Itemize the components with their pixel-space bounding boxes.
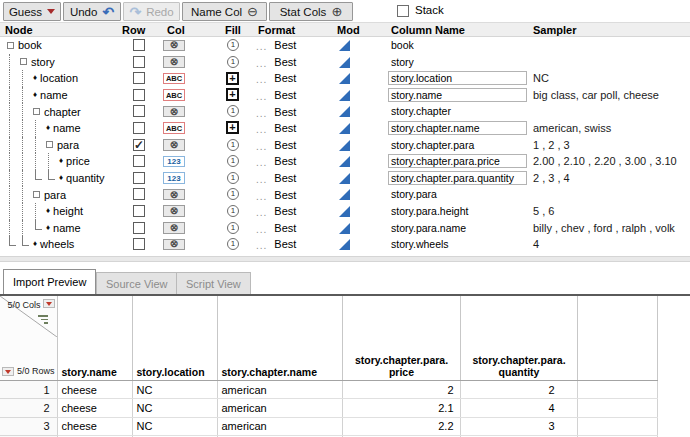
format-ellipsis-icon[interactable]: ... [256, 224, 267, 235]
mod-triangle-icon[interactable] [339, 90, 350, 101]
format-ellipsis-icon[interactable]: ... [256, 207, 267, 218]
col-type-icon[interactable]: ABC [163, 89, 185, 101]
format-cell[interactable]: ...Best [256, 170, 296, 187]
column-name-input[interactable]: story.chapter.name [388, 121, 527, 135]
format-cell[interactable]: ...Best [256, 70, 296, 87]
format-cell[interactable]: ...Best [256, 103, 296, 120]
fill-icon[interactable]: 1 [227, 188, 239, 200]
fill-icon[interactable]: 1 [227, 155, 239, 167]
guess-button[interactable]: Guess [3, 2, 61, 21]
stack-checkbox[interactable] [397, 5, 409, 17]
fill-icon[interactable]: 1 [227, 205, 239, 217]
format-cell[interactable]: ...Best [256, 186, 296, 203]
tab-script-view[interactable]: Script View [176, 272, 251, 294]
col-type-icon[interactable]: ⊗ [163, 205, 185, 217]
row-checkbox[interactable] [133, 39, 145, 51]
tab-source-view[interactable]: Source View [96, 272, 178, 294]
format-ellipsis-icon[interactable]: ... [256, 91, 267, 102]
node-label[interactable]: book [18, 39, 42, 51]
columns-menu-button[interactable] [43, 299, 55, 308]
format-cell[interactable]: ...Best [256, 220, 296, 237]
row-checkbox[interactable] [133, 56, 145, 68]
format-ellipsis-icon[interactable]: ... [256, 191, 267, 202]
tab-import-preview[interactable]: Import Preview [3, 269, 96, 294]
mod-triangle-icon[interactable] [339, 106, 350, 117]
format-cell[interactable]: ...Best [256, 87, 296, 104]
format-cell[interactable]: ...Best [256, 153, 296, 170]
fill-icon[interactable]: 1 [227, 105, 239, 117]
mod-triangle-icon[interactable] [339, 140, 350, 151]
format-ellipsis-icon[interactable]: ... [256, 141, 267, 152]
format-cell[interactable]: ...Best [256, 37, 296, 54]
col-type-icon[interactable]: 123 [163, 172, 185, 184]
format-cell[interactable]: ...Best [256, 120, 296, 137]
mod-triangle-icon[interactable] [339, 73, 350, 84]
mod-triangle-icon[interactable] [339, 239, 350, 250]
stat-cols-button[interactable]: Stat Cols ⊕ [269, 2, 353, 21]
mod-triangle-icon[interactable] [339, 40, 350, 51]
row-checkbox[interactable] [133, 172, 145, 184]
fill-icon[interactable]: 1 [227, 222, 239, 234]
name-col-button[interactable]: Name Col ⊖ [182, 2, 267, 21]
format-cell[interactable]: ...Best [256, 236, 296, 253]
format-ellipsis-icon[interactable]: ... [256, 108, 267, 119]
col-type-icon[interactable]: ⊗ [163, 56, 185, 68]
mod-triangle-icon[interactable] [339, 123, 350, 134]
format-ellipsis-icon[interactable]: ... [256, 240, 267, 251]
column-name-input[interactable]: story.chapter.para.price [388, 154, 527, 168]
node-label[interactable]: quantity [66, 172, 105, 184]
mod-triangle-icon[interactable] [339, 57, 350, 68]
rows-menu-button[interactable] [2, 367, 14, 376]
column-name-input[interactable]: story.name [388, 88, 527, 102]
node-label[interactable]: wheels [40, 238, 74, 250]
fill-icon[interactable]: 1 [227, 139, 239, 151]
col-type-icon[interactable]: ⊗ [163, 106, 185, 118]
fill-icon[interactable]: 1 [227, 39, 239, 51]
node-label[interactable]: height [53, 205, 83, 217]
node-expander-icon[interactable] [33, 108, 40, 115]
mod-triangle-icon[interactable] [339, 223, 350, 234]
node-label[interactable]: name [53, 122, 81, 134]
node-label[interactable]: para [44, 189, 66, 201]
node-label[interactable]: name [53, 222, 81, 234]
fill-icon[interactable]: + [226, 88, 239, 101]
mod-triangle-icon[interactable] [339, 189, 350, 200]
mod-triangle-icon[interactable] [339, 206, 350, 217]
fill-icon[interactable]: + [226, 121, 239, 134]
col-type-icon[interactable]: ⊗ [163, 222, 185, 234]
row-checkbox[interactable] [133, 122, 145, 134]
mod-triangle-icon[interactable] [339, 156, 350, 167]
node-label[interactable]: story [31, 56, 55, 68]
format-ellipsis-icon[interactable]: ... [256, 124, 267, 135]
fill-icon[interactable]: 1 [227, 238, 239, 250]
format-ellipsis-icon[interactable]: ... [256, 174, 267, 185]
node-label[interactable]: name [40, 89, 68, 101]
col-type-icon[interactable]: ABC [163, 73, 185, 85]
col-type-icon[interactable]: ⊗ [163, 40, 185, 52]
row-checkbox[interactable] [133, 222, 145, 234]
col-type-icon[interactable]: ⊗ [163, 189, 185, 201]
format-ellipsis-icon[interactable]: ... [256, 74, 267, 85]
node-expander-icon[interactable] [33, 191, 40, 198]
row-checkbox[interactable] [133, 205, 145, 217]
fill-icon[interactable]: + [226, 72, 239, 85]
col-type-icon[interactable]: 123 [163, 156, 185, 168]
row-checkbox[interactable] [133, 155, 145, 167]
row-checkbox[interactable] [133, 188, 145, 200]
column-name-input[interactable]: story.chapter.para.quantity [388, 171, 527, 185]
format-cell[interactable]: ...Best [256, 54, 296, 71]
format-ellipsis-icon[interactable]: ... [256, 41, 267, 52]
column-name-input[interactable]: story.location [388, 71, 527, 85]
format-cell[interactable]: ...Best [256, 203, 296, 220]
node-label[interactable]: para [57, 139, 79, 151]
row-checkbox[interactable] [133, 72, 145, 84]
mod-triangle-icon[interactable] [339, 173, 350, 184]
fill-icon[interactable]: 1 [227, 172, 239, 184]
col-type-icon[interactable]: ⊗ [163, 239, 185, 251]
format-ellipsis-icon[interactable]: ... [256, 157, 267, 168]
node-label[interactable]: location [40, 72, 78, 84]
row-checkbox[interactable] [133, 139, 145, 151]
redo-button[interactable]: ↷ Redo [123, 2, 180, 21]
format-cell[interactable]: ...Best [256, 137, 296, 154]
row-checkbox[interactable] [133, 238, 145, 250]
